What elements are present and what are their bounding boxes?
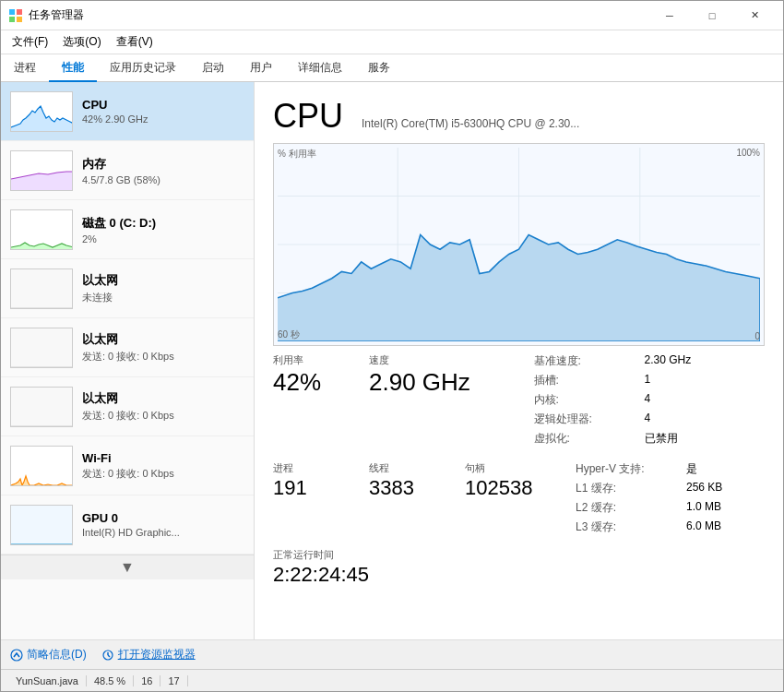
cores-label: 内核: bbox=[534, 392, 645, 408]
eth2-info: 以太网 发送: 0 接收: 0 Kbps bbox=[82, 331, 244, 364]
maximize-button[interactable]: □ bbox=[691, 1, 733, 30]
summary-label: 简略信息(D) bbox=[27, 647, 87, 662]
wifi-mini-graph bbox=[10, 446, 73, 486]
disk-subtitle: 2% bbox=[82, 233, 244, 245]
processes-value: 191 bbox=[273, 477, 347, 499]
sidebar-item-cpu[interactable]: CPU 42% 2.90 GHz bbox=[1, 82, 254, 141]
gpu-title: GPU 0 bbox=[82, 511, 244, 525]
tab-startup[interactable]: 启动 bbox=[189, 55, 237, 82]
processes-label: 进程 bbox=[273, 461, 347, 475]
taskbar-item: YunSuan.java bbox=[8, 675, 87, 686]
monitor-label: 打开资源监视器 bbox=[118, 647, 196, 662]
wifi-info: Wi-Fi 发送: 0 接收: 0 Kbps bbox=[82, 451, 244, 481]
cpu-subtitle: 42% 2.90 GHz bbox=[82, 113, 244, 125]
l1-label: L1 缓存: bbox=[576, 481, 686, 496]
chart-y-label: % 利用率 bbox=[278, 148, 316, 161]
base-speed-row: 基准速度: 2.30 GHz bbox=[534, 353, 766, 369]
uptime-section: 正常运行时间 2:22:24:45 bbox=[273, 548, 765, 586]
sidebar-scroll-down[interactable]: ▼ bbox=[1, 555, 254, 579]
utilization-stat: 利用率 42% bbox=[273, 353, 347, 450]
l3-value: 6.0 MB bbox=[686, 519, 721, 535]
main-title: CPU bbox=[273, 97, 343, 136]
base-speed-value: 2.30 GHz bbox=[645, 353, 692, 369]
memory-mini-graph bbox=[10, 150, 73, 191]
utilization-value: 42% bbox=[273, 369, 347, 396]
window-icon bbox=[8, 8, 23, 23]
eth1-mini-graph bbox=[10, 268, 73, 309]
memory-info: 内存 4.5/7.8 GB (58%) bbox=[82, 156, 244, 185]
sockets-value: 1 bbox=[645, 373, 651, 388]
svg-rect-8 bbox=[11, 388, 73, 427]
wifi-subtitle: 发送: 0 接收: 0 Kbps bbox=[82, 467, 244, 481]
sidebar-item-gpu[interactable]: GPU 0 Intel(R) HD Graphic... bbox=[1, 495, 254, 555]
menu-file[interactable]: 文件(F) bbox=[5, 31, 55, 53]
memory-title: 内存 bbox=[82, 156, 244, 173]
l1-row: L1 缓存: 256 KB bbox=[576, 481, 765, 496]
eth2-title: 以太网 bbox=[82, 331, 244, 348]
menu-options[interactable]: 选项(O) bbox=[55, 31, 108, 53]
summary-button[interactable]: 简略信息(D) bbox=[10, 647, 87, 662]
cpu-chart: % 利用率 100% 60 秒 0 bbox=[273, 143, 765, 346]
sidebar-item-eth2[interactable]: 以太网 发送: 0 接收: 0 Kbps bbox=[1, 318, 254, 377]
taskbar-col2: 16 bbox=[134, 675, 160, 686]
svg-rect-6 bbox=[11, 328, 73, 368]
tab-performance[interactable]: 性能 bbox=[49, 55, 97, 82]
chart-x-max: 0 bbox=[754, 331, 760, 341]
l2-label: L2 缓存: bbox=[576, 500, 686, 516]
eth2-subtitle: 发送: 0 接收: 0 Kbps bbox=[82, 350, 244, 364]
l2-row: L2 缓存: 1.0 MB bbox=[576, 500, 765, 516]
sidebar-item-eth1[interactable]: 以太网 未连接 bbox=[1, 259, 254, 318]
handles-stat: 句柄 102538 bbox=[465, 461, 539, 539]
eth3-subtitle: 发送: 0 接收: 0 Kbps bbox=[82, 409, 244, 423]
uptime-label: 正常运行时间 bbox=[273, 548, 765, 562]
menu-view[interactable]: 查看(V) bbox=[109, 31, 160, 53]
window-controls: ─ □ ✕ bbox=[648, 1, 776, 30]
speed-value: 2.90 GHz bbox=[369, 369, 470, 396]
svg-line-21 bbox=[108, 655, 110, 657]
sidebar-item-wifi[interactable]: Wi-Fi 发送: 0 接收: 0 Kbps bbox=[1, 436, 254, 495]
eth1-title: 以太网 bbox=[82, 272, 244, 289]
tab-services[interactable]: 服务 bbox=[355, 55, 403, 82]
main-header: CPU Intel(R) Core(TM) i5-6300HQ CPU @ 2.… bbox=[273, 97, 765, 136]
handles-value: 102538 bbox=[465, 477, 539, 499]
sidebar-item-eth3[interactable]: 以太网 发送: 0 接收: 0 Kbps bbox=[1, 377, 254, 436]
minimize-button[interactable]: ─ bbox=[648, 1, 691, 30]
sockets-row: 插槽: 1 bbox=[534, 373, 766, 388]
eth3-info: 以太网 发送: 0 接收: 0 Kbps bbox=[82, 390, 244, 423]
speed-label: 速度 bbox=[369, 353, 470, 367]
svg-rect-4 bbox=[11, 269, 73, 309]
window-title: 任务管理器 bbox=[29, 7, 648, 23]
tab-app-history[interactable]: 应用历史记录 bbox=[97, 55, 189, 82]
speed-stat: 速度 2.90 GHz bbox=[369, 353, 470, 450]
l3-label: L3 缓存: bbox=[576, 519, 686, 535]
tab-processes[interactable]: 进程 bbox=[1, 55, 49, 82]
sidebar-item-disk[interactable]: 磁盘 0 (C: D:) 2% bbox=[1, 200, 254, 259]
uptime-value: 2:22:24:45 bbox=[273, 564, 765, 586]
monitor-icon bbox=[101, 649, 114, 662]
chart-x-min: 60 秒 bbox=[278, 328, 300, 341]
cpu-mini-graph bbox=[10, 91, 73, 132]
svg-rect-1 bbox=[17, 9, 22, 15]
menu-bar: 文件(F) 选项(O) 查看(V) bbox=[1, 30, 783, 54]
gpu-info: GPU 0 Intel(R) HD Graphic... bbox=[82, 511, 244, 538]
cores-row: 内核: 4 bbox=[534, 392, 766, 408]
disk-info: 磁盘 0 (C: D:) 2% bbox=[82, 215, 244, 245]
processes-stat: 进程 191 bbox=[273, 461, 347, 539]
hyperv-label: Hyper-V 支持: bbox=[576, 461, 686, 477]
svg-point-18 bbox=[11, 650, 22, 661]
l1-value: 256 KB bbox=[686, 481, 722, 496]
svg-rect-10 bbox=[11, 506, 73, 545]
threads-value: 3383 bbox=[369, 477, 443, 499]
base-speed-label: 基准速度: bbox=[534, 353, 645, 369]
close-button[interactable]: ✕ bbox=[733, 1, 776, 30]
handles-label: 句柄 bbox=[465, 461, 539, 475]
svg-rect-3 bbox=[17, 17, 22, 22]
resource-monitor-button[interactable]: 打开资源监视器 bbox=[101, 647, 196, 662]
main-panel: CPU Intel(R) Core(TM) i5-6300HQ CPU @ 2.… bbox=[255, 82, 783, 639]
tab-details[interactable]: 详细信息 bbox=[285, 55, 355, 82]
cores-value: 4 bbox=[645, 392, 651, 408]
chevron-up-icon bbox=[10, 649, 23, 662]
tab-users[interactable]: 用户 bbox=[237, 55, 285, 82]
sidebar-item-memory[interactable]: 内存 4.5/7.8 GB (58%) bbox=[1, 141, 254, 200]
wifi-title: Wi-Fi bbox=[82, 451, 244, 465]
